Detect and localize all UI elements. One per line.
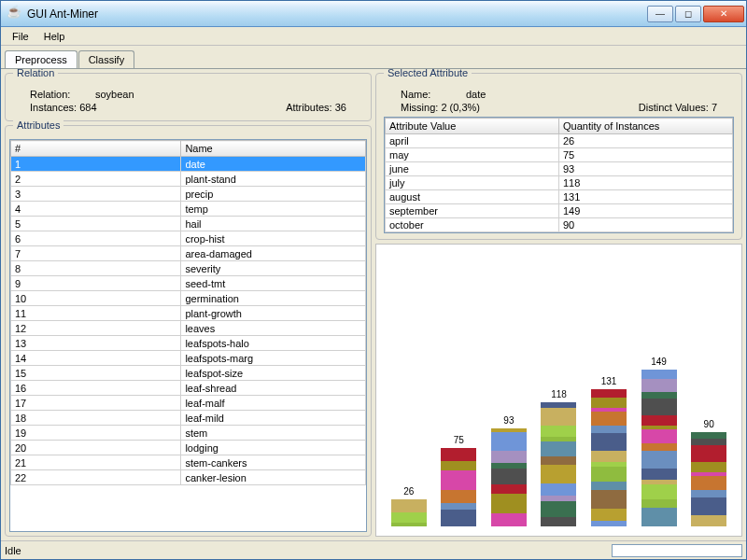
table-row[interactable]: 16leaf-shread bbox=[11, 381, 366, 396]
table-row[interactable]: 19stem bbox=[11, 426, 366, 441]
attr-num: 6 bbox=[11, 231, 181, 246]
attr-name: crop-hist bbox=[181, 231, 366, 246]
table-row[interactable]: 8severity bbox=[11, 261, 366, 276]
attr-col-name[interactable]: Name bbox=[181, 141, 366, 157]
table-row[interactable]: september149 bbox=[386, 204, 733, 218]
value-qty: 75 bbox=[559, 148, 733, 162]
maximize-button[interactable]: ◻ bbox=[675, 6, 701, 22]
table-row[interactable]: april26 bbox=[386, 134, 733, 148]
statusbar: Idle bbox=[1, 540, 746, 559]
minimize-button[interactable]: — bbox=[647, 6, 673, 22]
chart-bar: 131 bbox=[591, 389, 627, 526]
table-row[interactable]: 3precip bbox=[11, 187, 366, 202]
values-col-value[interactable]: Attribute Value bbox=[386, 119, 559, 134]
table-row[interactable]: may75 bbox=[386, 148, 733, 162]
attr-num: 15 bbox=[11, 366, 181, 381]
table-row[interactable]: 7area-damaged bbox=[11, 246, 366, 261]
attr-num: 3 bbox=[11, 187, 181, 202]
attr-name: germination bbox=[181, 291, 366, 306]
value-qty: 131 bbox=[559, 190, 733, 204]
values-table-wrap: Attribute Value Quantity of Instances ap… bbox=[384, 117, 734, 233]
menubar: File Help bbox=[1, 27, 746, 46]
attr-num: 10 bbox=[11, 291, 181, 306]
bar-label: 90 bbox=[691, 419, 726, 429]
attributes-table-scroll[interactable]: # Name 1date2plant-stand3precip4temp5hai… bbox=[9, 139, 367, 532]
attr-name: leafspots-halo bbox=[181, 336, 366, 351]
attr-num: 22 bbox=[11, 470, 181, 485]
table-row[interactable]: 12leaves bbox=[11, 321, 366, 336]
attr-num: 12 bbox=[11, 321, 181, 336]
attr-name: stem-cankers bbox=[181, 455, 366, 470]
table-row[interactable]: june93 bbox=[386, 162, 733, 176]
value-name: april bbox=[386, 134, 559, 148]
attr-num: 7 bbox=[11, 246, 181, 261]
table-row[interactable]: 9seed-tmt bbox=[11, 276, 366, 291]
table-row[interactable]: 10germination bbox=[11, 291, 366, 306]
attr-num: 2 bbox=[11, 172, 181, 187]
chart-bar: 90 bbox=[691, 432, 726, 526]
tab-classify[interactable]: Classify bbox=[78, 50, 135, 68]
histogram-chart: 26759311813114990 bbox=[375, 244, 742, 537]
value-name: august bbox=[386, 190, 559, 204]
table-row[interactable]: august131 bbox=[386, 190, 733, 204]
table-row[interactable]: 21stem-cankers bbox=[11, 455, 366, 470]
chart-bar: 26 bbox=[391, 499, 427, 526]
attr-name: hail bbox=[181, 217, 366, 231]
table-row[interactable]: october90 bbox=[386, 218, 733, 232]
attr-name: canker-lesion bbox=[181, 470, 366, 485]
close-button[interactable]: ✕ bbox=[703, 6, 744, 22]
attr-num: 20 bbox=[11, 441, 181, 455]
attr-name: precip bbox=[181, 187, 366, 202]
value-name: july bbox=[386, 176, 559, 190]
table-row[interactable]: 2plant-stand bbox=[11, 172, 366, 187]
attr-name: leafspot-size bbox=[181, 366, 366, 381]
progress-bar bbox=[612, 544, 742, 557]
table-row[interactable]: 20lodging bbox=[11, 441, 366, 455]
values-col-qty[interactable]: Quantity of Instances bbox=[559, 119, 733, 134]
table-row[interactable]: july118 bbox=[386, 176, 733, 190]
attr-num: 11 bbox=[11, 306, 181, 321]
table-row[interactable]: 11plant-growth bbox=[11, 306, 366, 321]
bar-label: 93 bbox=[491, 415, 527, 426]
table-row[interactable]: 18leaf-mild bbox=[11, 411, 366, 426]
right-column: Selected Attribute Name: date Missing: 2… bbox=[375, 73, 742, 537]
table-row[interactable]: 22canker-lesion bbox=[11, 470, 366, 485]
value-name: september bbox=[386, 204, 559, 218]
tab-preprocess[interactable]: Preprocess bbox=[5, 50, 78, 69]
table-row[interactable]: 15leafspot-size bbox=[11, 366, 366, 381]
attr-num: 1 bbox=[11, 157, 181, 172]
attr-num: 14 bbox=[11, 351, 181, 366]
selected-title: Selected Attribute bbox=[384, 68, 472, 78]
bar-label: 26 bbox=[391, 486, 427, 497]
attr-col-num[interactable]: # bbox=[11, 141, 181, 157]
bar-label: 118 bbox=[541, 389, 576, 399]
selected-distinct-value: 7 bbox=[712, 102, 717, 113]
attributes-group: Attributes # Name 1date2plant-stand3prec… bbox=[5, 125, 372, 537]
attr-name: leaf-mild bbox=[181, 411, 366, 426]
attr-name: stem bbox=[181, 426, 366, 441]
chart-bar: 149 bbox=[641, 370, 677, 526]
titlebar: GUI Ant-Miner — ◻ ✕ bbox=[1, 1, 746, 27]
attr-name: leaf-malf bbox=[181, 396, 366, 411]
table-row[interactable]: 4temp bbox=[11, 202, 366, 217]
attr-num: 4 bbox=[11, 202, 181, 217]
relation-instances-value: 684 bbox=[79, 102, 96, 113]
selected-name-value: date bbox=[466, 89, 486, 100]
table-row[interactable]: 14leafspots-marg bbox=[11, 351, 366, 366]
app-window: GUI Ant-Miner — ◻ ✕ File Help Preprocess… bbox=[0, 0, 747, 560]
window-title: GUI Ant-Miner bbox=[27, 7, 647, 21]
menu-file[interactable]: File bbox=[5, 29, 36, 44]
menu-help[interactable]: Help bbox=[36, 29, 73, 44]
table-row[interactable]: 6crop-hist bbox=[11, 231, 366, 246]
value-qty: 149 bbox=[559, 204, 733, 218]
table-row[interactable]: 1date bbox=[11, 157, 366, 172]
attr-num: 13 bbox=[11, 336, 181, 351]
values-table: Attribute Value Quantity of Instances ap… bbox=[385, 118, 733, 232]
table-row[interactable]: 13leafspots-halo bbox=[11, 336, 366, 351]
table-row[interactable]: 5hail bbox=[11, 217, 366, 231]
value-qty: 26 bbox=[559, 134, 733, 148]
attr-name: leaf-shread bbox=[181, 381, 366, 396]
value-qty: 93 bbox=[559, 162, 733, 176]
selected-missing-label: Missing: bbox=[401, 102, 438, 113]
table-row[interactable]: 17leaf-malf bbox=[11, 396, 366, 411]
